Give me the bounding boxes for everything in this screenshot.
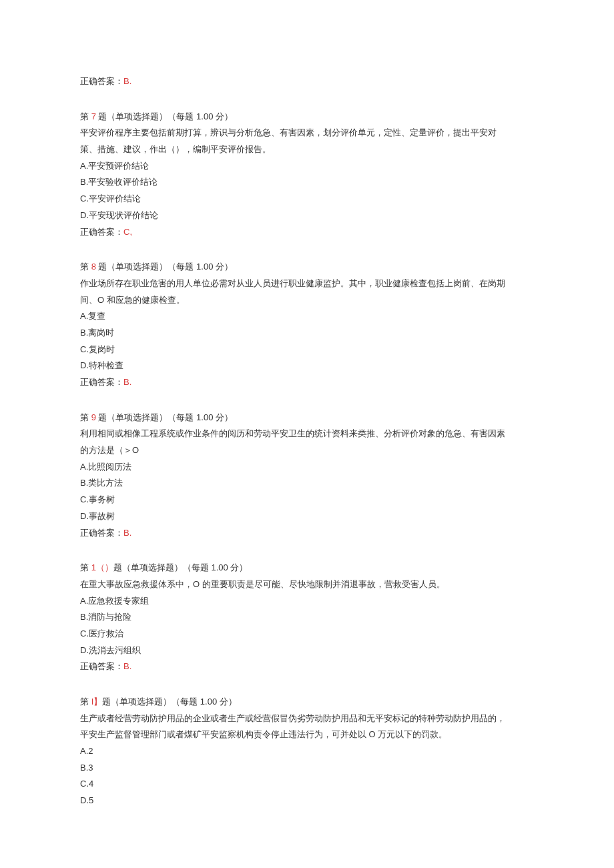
question-block: 第 9 题（单项选择题）（每题 1.00 分）利用相同或相像工程系统或作业条件的… [80,410,534,542]
question-header: 第 1（）题（单项选择题）（每题 1.00 分） [80,560,534,576]
question-block: 第 8 题（单项选择题）（每题 1.00 分）作业场所存在职业危害的用人单位必需… [80,259,534,391]
option-line: C.事务树 [80,492,534,508]
answer-line: 正确答案：C, [80,224,534,241]
question-number-suffix: 题（单项选择题）（每题 1.00 分） [96,111,233,121]
previous-answer-block: 正确答案：B. [80,73,534,90]
answer-line: 正确答案：B. [80,374,534,391]
option-line: A.比照阅历法 [80,459,534,476]
option-line: D.5 [80,793,534,809]
answer-value: C, [123,227,132,237]
question-number-prefix: 第 [80,697,91,707]
question-block: 第 I】题（单项选择题）（每题 1.00 分）生产或者经营劳动防护用品的企业或者… [80,694,534,809]
question-number-prefix: 第 [80,562,91,572]
option-line: B.离岗时 [80,325,534,342]
question-stem-line: 生产或者经营劳动防护用品的企业或者生产或经营假冒伪劣劳动防护用品和无平安标记的特… [80,711,534,727]
answer-value: B. [123,76,131,86]
option-line: C.4 [80,776,534,793]
question-number-prefix: 第 [80,412,91,422]
question-number-suffix: 题（单项选择题）（每题 1.00 分） [96,262,233,272]
option-line: B.3 [80,760,534,777]
question-header: 第 9 题（单项选择题）（每题 1.00 分） [80,410,534,426]
option-line: B.消防与抢险 [80,609,534,626]
option-line: A.平安预评价结论 [80,158,534,175]
question-number: 7 [91,111,96,121]
answer-label: 正确答案： [80,661,123,671]
question-stem-line: 平安评价程序主要包括前期打算，辨识与分析危急、有害因素，划分评价单元，定性、定量… [80,125,534,141]
answer-label: 正确答案： [80,377,123,387]
question-number: 8 [91,262,96,272]
question-number-prefix: 第 [80,262,91,272]
question-header: 第 8 题（单项选择题）（每题 1.00 分） [80,259,534,276]
question-stem-line: 策、措施、建议，作出（），编制平安评价报告。 [80,141,534,158]
answer-value: B. [123,661,131,671]
question-number: 9 [91,412,96,422]
option-line: D.洗消去污组织 [80,642,534,659]
question-number-suffix: 题（单项选择题）（每题 1.00 分） [102,697,237,707]
question-block: 第 1（）题（单项选择题）（每题 1.00 分）在重大事故应急救援体系中，O 的… [80,560,534,675]
answer-label: 正确答案： [80,528,123,538]
question-number-prefix: 第 [80,111,91,121]
document-page: 正确答案：B. 第 7 题（单项选择题）（每题 1.00 分）平安评价程序主要包… [0,0,614,868]
question-stem-line: 在重大事故应急救援体系中，O 的重要职责是尽可能、尽快地限制并消退事故，营救受害… [80,576,534,593]
option-line: D.事故树 [80,508,534,525]
question-number-suffix: 题（单项选择题）（每题 1.00 分） [96,412,233,422]
answer-line: 正确答案：B. [80,73,534,90]
option-line: D.平安现状评价结论 [80,207,534,224]
option-line: C.平安评价结论 [80,191,534,207]
option-line: B.类比方法 [80,475,534,492]
question-header: 第 7 题（单项选择题）（每题 1.00 分） [80,109,534,125]
answer-label: 正确答案： [80,76,123,86]
option-line: D.特种检查 [80,358,534,374]
option-line: C.医疗救治 [80,626,534,642]
option-line: B.平安验收评价结论 [80,174,534,191]
answer-line: 正确答案：B. [80,525,534,542]
option-line: C.复岗时 [80,342,534,358]
option-line: A.应急救援专家组 [80,593,534,610]
question-stem-line: 间、O 和应急的健康检查。 [80,292,534,309]
option-line: A.复查 [80,308,534,325]
answer-line: 正确答案：B. [80,659,534,675]
answer-value: B. [123,528,131,538]
question-number-suffix: 题（单项选择题）（每题 1.00 分） [113,562,248,572]
option-line: A.2 [80,743,534,760]
question-stem-line: 的方法是（＞O [80,442,534,459]
question-stem-line: 平安生产监督管理部门或者煤矿平安监察机构责令停止违法行为，可并处以 O 万元以下… [80,727,534,743]
answer-label: 正确答案： [80,227,123,237]
question-number: 1（） [91,562,113,572]
question-header: 第 I】题（单项选择题）（每题 1.00 分） [80,694,534,711]
question-number: I】 [91,697,103,707]
question-block: 第 7 题（单项选择题）（每题 1.00 分）平安评价程序主要包括前期打算，辨识… [80,109,534,241]
question-stem-line: 利用相同或相像工程系统或作业条件的阅历和劳动平安卫生的统计资料来类推、分析评价对… [80,426,534,442]
question-stem-line: 作业场所存在职业危害的用人单位必需对从业人员进行职业健康监护。其中，职业健康检查… [80,276,534,292]
answer-value: B. [123,377,131,387]
